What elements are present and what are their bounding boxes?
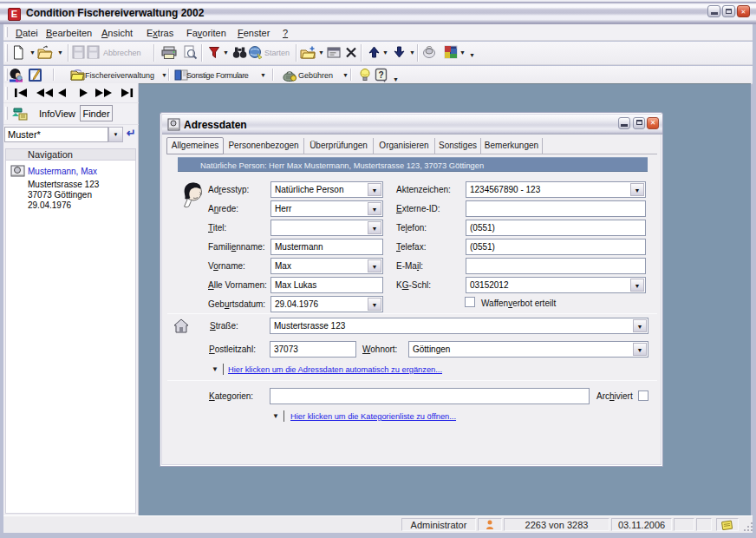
svg-text:?: ? — [378, 70, 383, 80]
